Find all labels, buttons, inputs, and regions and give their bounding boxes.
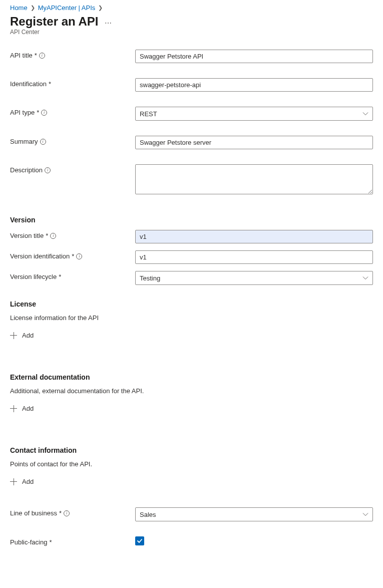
required-indicator: * (59, 273, 61, 280)
add-label: Add (22, 332, 34, 339)
version-title-label: Version title (10, 232, 44, 239)
chevron-down-icon (362, 111, 368, 117)
lob-label: Line of business (10, 509, 57, 517)
api-title-input[interactable] (135, 50, 373, 63)
version-identification-label: Version identification (10, 252, 70, 260)
info-icon[interactable]: i (45, 167, 51, 173)
chevron-right-icon: ❯ (98, 5, 103, 11)
license-section-desc: License information for the API (10, 314, 373, 322)
required-indicator: * (35, 52, 37, 59)
check-icon (137, 538, 143, 544)
add-label: Add (22, 478, 34, 485)
license-add-button[interactable]: Add (10, 330, 34, 341)
version-section-header: Version (10, 216, 373, 224)
contact-section-header: Contact information (10, 446, 373, 454)
extdoc-add-button[interactable]: Add (10, 403, 34, 414)
required-indicator: * (72, 252, 74, 260)
version-identification-input[interactable] (135, 250, 373, 264)
public-facing-label: Public-facing (10, 538, 47, 546)
version-lifecycle-select[interactable]: Testing (135, 271, 373, 285)
chevron-down-icon (362, 275, 368, 281)
breadcrumb-home[interactable]: Home (10, 4, 28, 12)
extdoc-section-header: External documentation (10, 373, 373, 381)
required-indicator: * (37, 109, 39, 116)
contact-section-desc: Points of contact for the API. (10, 460, 373, 468)
plus-icon (10, 332, 17, 339)
required-indicator: * (49, 80, 51, 88)
api-type-value: REST (140, 110, 157, 118)
info-icon[interactable]: i (40, 139, 46, 145)
info-icon[interactable]: i (39, 53, 45, 59)
version-title-input[interactable] (135, 230, 373, 243)
info-icon[interactable]: i (64, 510, 70, 516)
api-type-select[interactable]: REST (135, 107, 373, 121)
info-icon[interactable]: i (76, 253, 82, 259)
info-icon[interactable]: i (41, 110, 47, 116)
extdoc-section-desc: Additional, external documentation for t… (10, 387, 373, 395)
breadcrumb: Home ❯ MyAPICenter | APIs ❯ (10, 4, 373, 12)
required-indicator: * (46, 232, 48, 239)
version-lifecycle-value: Testing (140, 274, 160, 282)
summary-label: Summary (10, 138, 38, 145)
required-indicator: * (59, 509, 62, 517)
chevron-right-icon: ❯ (31, 5, 35, 11)
public-facing-checkbox[interactable] (135, 536, 144, 545)
description-input[interactable] (135, 164, 373, 194)
add-label: Add (22, 405, 34, 412)
contact-add-button[interactable]: Add (10, 476, 34, 487)
lob-select[interactable]: Sales (135, 507, 373, 521)
description-label: Description (10, 166, 43, 174)
plus-icon (10, 405, 17, 412)
plus-icon (10, 478, 17, 485)
page-subtitle: API Center (10, 29, 373, 36)
more-actions-button[interactable]: ⋯ (105, 15, 112, 27)
version-lifecycle-label: Version lifecycle (10, 273, 57, 280)
identification-label: Identification (10, 80, 47, 88)
summary-input[interactable] (135, 136, 373, 149)
info-icon[interactable]: i (50, 233, 56, 239)
breadcrumb-parent[interactable]: MyAPICenter | APIs (38, 4, 96, 12)
page-title: Register an API (10, 15, 99, 29)
required-indicator: * (49, 538, 52, 546)
chevron-down-icon (362, 511, 368, 517)
identification-input[interactable] (135, 78, 373, 92)
api-title-label: API title (10, 52, 33, 59)
license-section-header: License (10, 300, 373, 308)
lob-value: Sales (140, 511, 156, 518)
api-type-label: API type (10, 109, 35, 116)
